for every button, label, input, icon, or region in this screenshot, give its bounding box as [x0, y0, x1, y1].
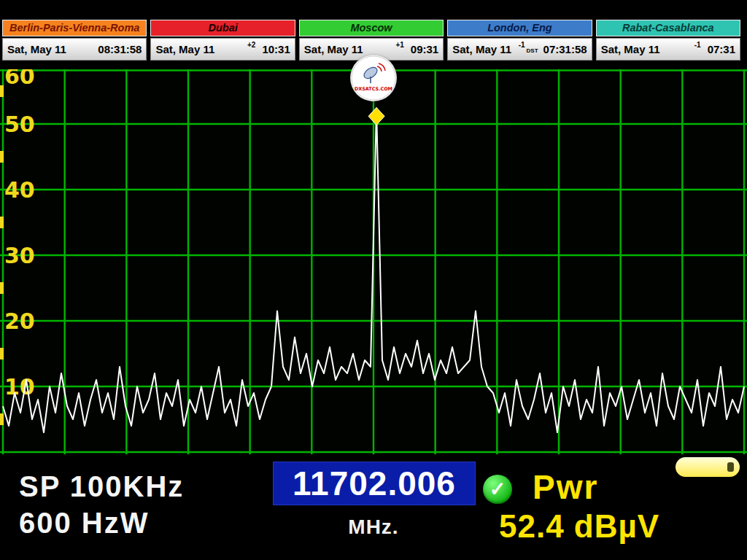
y-axis-label: 40	[4, 177, 35, 203]
y-axis-label: 50	[4, 112, 35, 137]
y-axis-label: 60	[4, 69, 35, 89]
clock-time-row: Sat, May 11 08:31:58	[2, 38, 147, 61]
y-axis-tick	[0, 413, 4, 425]
y-axis-tick	[0, 217, 4, 228]
clock-utc-offset: +1	[395, 41, 403, 49]
clock-dst-label: DST	[527, 47, 538, 54]
peak-marker-icon	[368, 107, 384, 125]
clock-time: 07:31:58	[543, 43, 587, 55]
clock-city: London, Eng	[447, 20, 592, 36]
clock-city: Dubai	[150, 20, 295, 36]
y-axis-tick	[0, 85, 4, 97]
clock-time: 08:31:58	[98, 43, 142, 55]
clock-date: Sat, May 11	[155, 43, 214, 55]
clock-time: 10:31	[262, 43, 290, 55]
volume-pill[interactable]	[676, 457, 740, 477]
clock-utc-offset: -1	[519, 41, 525, 49]
satellite-dish-icon: DXSATCS.COM	[351, 55, 396, 101]
clock-date: Sat, May 11	[452, 43, 511, 55]
clock-utc-offset: +2	[247, 41, 255, 49]
power-value: 52.4 dBµV	[499, 508, 659, 545]
y-axis-label: 30	[4, 243, 35, 268]
clock-time-row: Sat, May 11 +2 10:31	[150, 38, 295, 61]
clock-date: Sat, May 11	[601, 43, 660, 55]
clock-time: 09:31	[411, 43, 438, 55]
clock-city: Rabat-Casablanca	[596, 20, 740, 36]
clock-utc-offset: -1	[694, 41, 701, 49]
clock-date: Sat, May 11	[304, 43, 363, 55]
clock-cell-london: London, Eng Sat, May 11 -1 DST 07:31:58	[447, 20, 592, 69]
clock-time: 07:31	[708, 43, 735, 55]
bandwidth-readout: 600 HzW	[19, 507, 150, 540]
spectrum-canvas: 605040302010	[0, 69, 747, 456]
pill-knob-icon	[727, 462, 734, 472]
clock-time-row: Sat, May 11 -1 07:31	[596, 38, 740, 61]
clock-cell-dubai: Dubai Sat, May 11 +2 10:31	[150, 20, 295, 69]
clock-city: Berlin-Paris-Vienna-Roma	[2, 20, 147, 36]
span-readout: SP 100KHz	[19, 470, 184, 503]
y-axis-tick	[0, 348, 4, 359]
spectrum-plot: 605040302010	[0, 69, 747, 456]
clock-date: Sat, May 11	[7, 43, 66, 55]
satellite-meter-screen: Berlin-Paris-Vienna-Roma Sat, May 11 08:…	[0, 0, 747, 560]
logo-text: DXSATCS.COM	[355, 86, 392, 92]
clock-cell-rabat: Rabat-Casablanca Sat, May 11 -1 07:31	[596, 20, 740, 69]
y-axis-label: 10	[4, 374, 35, 400]
clock-cell-berlin: Berlin-Paris-Vienna-Roma Sat, May 11 08:…	[2, 20, 147, 69]
dxsatcs-logo: DXSATCS.COM	[351, 55, 396, 101]
clock-city: Moscow	[299, 20, 444, 36]
y-axis-tick	[0, 282, 4, 294]
power-label: Pwr	[533, 467, 598, 507]
frequency-display[interactable]: 11702.006	[273, 462, 476, 505]
y-axis-label: 20	[4, 308, 35, 334]
frequency-unit: MHz.	[273, 516, 474, 539]
readout-panel: SP 100KHz 600 HzW 11702.006 MHz. ✓ Pwr 5…	[0, 456, 747, 560]
clock-time-row: Sat, May 11 -1 DST 07:31:58	[447, 38, 592, 61]
y-axis-tick	[0, 151, 4, 163]
ok-check-icon: ✓	[483, 475, 512, 504]
